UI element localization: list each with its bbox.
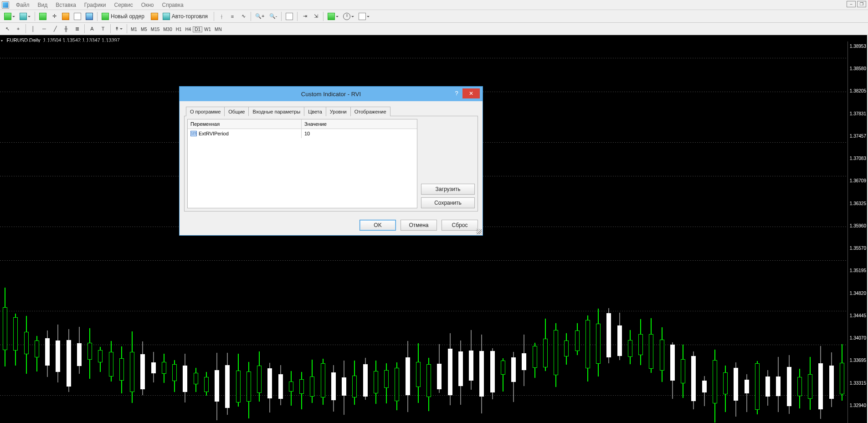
- tab-Цвета[interactable]: Цвета: [304, 107, 326, 116]
- dialog-title: Custom Indicator - RVI: [301, 91, 361, 98]
- col-value[interactable]: Значение: [302, 119, 417, 129]
- dialog-titlebar[interactable]: Custom Indicator - RVI ? ✕: [180, 87, 483, 101]
- int-icon: 123: [190, 131, 197, 136]
- btn-reset[interactable]: Сброс: [442, 220, 478, 231]
- resize-grip[interactable]: [476, 229, 482, 234]
- tab-О-программе[interactable]: О программе: [186, 107, 225, 116]
- tab-panel-inputs: Переменная Значение 123ExtRVIPeriod10 За…: [184, 116, 478, 212]
- dialog-custom-indicator: Custom Indicator - RVI ? ✕ О программеОб…: [179, 86, 483, 236]
- btn-cancel[interactable]: Отмена: [401, 220, 437, 231]
- col-variable[interactable]: Переменная: [188, 119, 302, 129]
- tab-Уровни[interactable]: Уровни: [326, 107, 351, 116]
- btn-load[interactable]: Загрузить: [421, 184, 475, 195]
- param-name: ExtRVIPeriod: [199, 131, 229, 136]
- dialog-tabs: О программеОбщиеВходные параметрыЦветаУр…: [186, 107, 478, 116]
- param-value[interactable]: 10: [302, 129, 417, 138]
- param-row[interactable]: 123ExtRVIPeriod10: [188, 129, 417, 138]
- param-grid[interactable]: Переменная Значение 123ExtRVIPeriod10: [187, 119, 417, 208]
- modal-backdrop: Custom Indicator - RVI ? ✕ О программеОб…: [0, 0, 868, 423]
- tab-Отображение[interactable]: Отображение: [350, 107, 390, 116]
- btn-ok[interactable]: OK: [360, 220, 396, 231]
- dialog-close-button[interactable]: ✕: [462, 88, 480, 98]
- btn-save[interactable]: Сохранить: [421, 197, 475, 208]
- tab-Входные-параметры[interactable]: Входные параметры: [248, 107, 304, 116]
- dialog-help-button[interactable]: ?: [451, 88, 462, 98]
- tab-Общие[interactable]: Общие: [224, 107, 249, 116]
